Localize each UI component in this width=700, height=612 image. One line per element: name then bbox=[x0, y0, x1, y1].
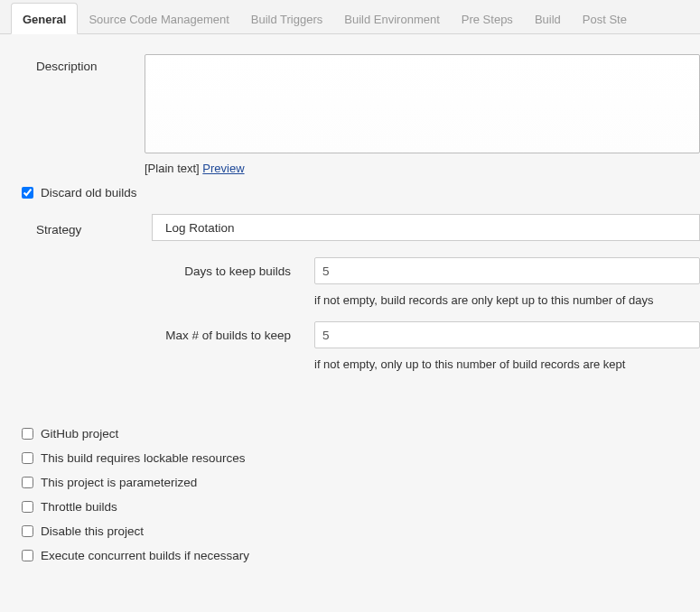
github-project-checkbox[interactable] bbox=[22, 428, 33, 440]
days-to-keep-help: if not empty, build records are only kep… bbox=[146, 288, 700, 321]
config-tabs: General Source Code Management Build Tri… bbox=[0, 0, 700, 34]
parameterized-label: This project is parameterized bbox=[41, 476, 197, 489]
tab-build[interactable]: Build bbox=[524, 4, 572, 33]
disable-project-checkbox[interactable] bbox=[22, 525, 33, 537]
preview-link[interactable]: Preview bbox=[202, 162, 244, 175]
max-builds-input[interactable] bbox=[314, 321, 700, 348]
throttle-builds-label: Throttle builds bbox=[41, 500, 117, 514]
description-textarea[interactable] bbox=[145, 54, 700, 153]
github-project-label: GitHub project bbox=[41, 427, 118, 440]
parameterized-checkbox[interactable] bbox=[22, 477, 33, 488]
strategy-label: Strategy bbox=[22, 219, 130, 236]
days-to-keep-input[interactable] bbox=[314, 257, 700, 284]
concurrent-builds-label: Execute concurrent builds if necessary bbox=[41, 549, 249, 562]
tab-build-environment[interactable]: Build Environment bbox=[333, 4, 451, 33]
tab-build-triggers[interactable]: Build Triggers bbox=[240, 4, 333, 33]
tab-general[interactable]: General bbox=[11, 3, 78, 34]
tab-post-steps[interactable]: Post Ste bbox=[572, 4, 638, 33]
concurrent-builds-checkbox[interactable] bbox=[22, 550, 33, 561]
lockable-resources-label: This build requires lockable resources bbox=[41, 451, 246, 465]
max-builds-label: Max # of builds to keep bbox=[146, 329, 314, 342]
strategy-select[interactable]: Log Rotation bbox=[152, 214, 700, 241]
throttle-builds-checkbox[interactable] bbox=[22, 501, 33, 513]
discard-old-builds-checkbox[interactable] bbox=[22, 187, 33, 199]
description-format: [Plain text] bbox=[145, 162, 202, 175]
lockable-resources-checkbox[interactable] bbox=[22, 452, 33, 464]
general-panel: Description [Plain text] Preview Discard… bbox=[0, 34, 700, 568]
tab-pre-steps[interactable]: Pre Steps bbox=[451, 4, 524, 33]
discard-old-builds-label: Discard old builds bbox=[41, 186, 137, 199]
days-to-keep-label: Days to keep builds bbox=[146, 264, 314, 278]
disable-project-label: Disable this project bbox=[41, 524, 144, 538]
tab-scm[interactable]: Source Code Management bbox=[78, 4, 239, 33]
max-builds-help: if not empty, only up to this number of … bbox=[146, 352, 700, 385]
description-label: Description bbox=[22, 54, 145, 73]
